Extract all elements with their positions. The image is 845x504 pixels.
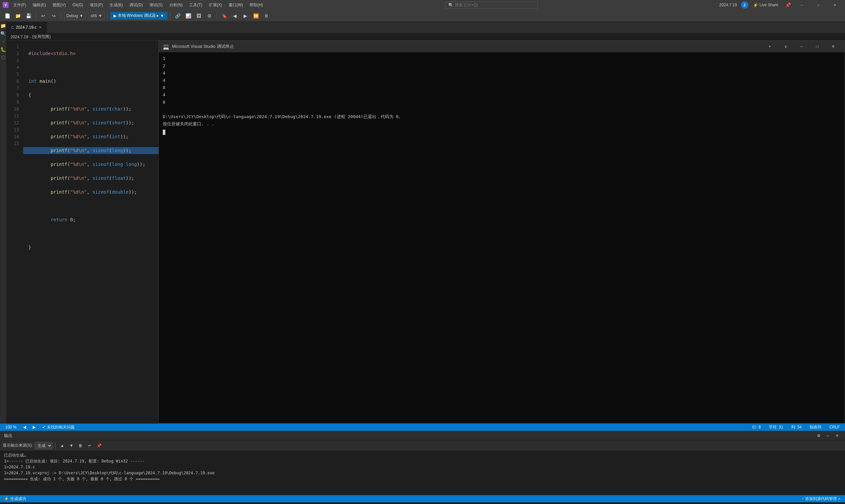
terminal-maximize-btn[interactable]: □: [810, 41, 825, 52]
platform-dropdown[interactable]: x86 ▼: [88, 12, 104, 20]
menu-git[interactable]: Git(G): [69, 1, 87, 8]
term-cursor-line: [163, 128, 841, 135]
output-panel-header: 输出 ⚙ ─ ✕: [0, 431, 845, 440]
code-content[interactable]: #include<stdio.h> int main() { printf("%…: [23, 40, 158, 424]
activity-extensions[interactable]: ⬡: [1, 55, 6, 60]
status-char[interactable]: 字符: 31: [768, 425, 785, 430]
status-right: 行: 8 字符: 31 列: 34 制表符 CRLF: [751, 425, 841, 430]
status-tab[interactable]: 制表符: [808, 425, 823, 430]
menu-view[interactable]: 视图(V): [49, 1, 69, 9]
toolbar-sep3: [107, 13, 108, 19]
status-scroll-left[interactable]: ◀: [22, 425, 28, 430]
app-icon: V: [3, 2, 8, 8]
output-line-3: 1>2024.7.19.c: [4, 464, 841, 470]
toolbar-btn10[interactable]: ⏩: [251, 11, 261, 20]
code-line-11: printf("%d\n", sizeof(double));: [23, 189, 158, 196]
code-editor[interactable]: 1 2 3 4 5 6 7 8 9 10 11 12 13 14 15 #inc…: [6, 40, 158, 424]
output-scroll-down-btn[interactable]: ▼: [67, 442, 75, 450]
term-output-4: 4: [163, 77, 841, 84]
menu-analyze[interactable]: 分析(N): [166, 1, 186, 9]
editor-tab-active[interactable]: C 2024.7.19.c ✕: [6, 22, 47, 33]
toolbar-btn11[interactable]: ⏸: [262, 11, 271, 20]
maximize-btn[interactable]: □: [811, 0, 826, 10]
menu-window[interactable]: 窗口(W): [226, 1, 246, 9]
terminal-minimize-btn[interactable]: ─: [794, 41, 809, 52]
toolbar-btn8[interactable]: ◀: [230, 11, 239, 20]
code-line-5: printf("%d\n", sizeof(char));: [23, 106, 158, 112]
output-pin2-btn[interactable]: 📌: [95, 442, 103, 450]
open-btn[interactable]: 📁: [13, 11, 22, 20]
breadcrumb-scope[interactable]: (全局范围): [32, 34, 51, 40]
debug-config-dropdown[interactable]: Debug ▼: [64, 12, 86, 20]
term-press-key: 按任意键关闭此窗口. . .: [163, 120, 841, 128]
toolbar-btn9[interactable]: ▶: [241, 11, 250, 20]
menu-project[interactable]: 项目(P): [87, 1, 106, 9]
activity-git[interactable]: ⑂: [1, 39, 6, 44]
pin-btn[interactable]: 📌: [783, 0, 793, 10]
terminal-overlay: 💻 Microsoft Visual Studio 调试终止 + ∨ ─ □ ✕…: [158, 40, 845, 424]
menu-ext[interactable]: 扩展(X): [206, 1, 226, 9]
undo-btn[interactable]: ↩: [39, 11, 48, 20]
output-clear-btn[interactable]: 🗑: [76, 442, 85, 450]
terminal-icon: 💻: [163, 43, 169, 50]
tab-bar: C 2024.7.19.c ✕: [6, 22, 845, 33]
status-col[interactable]: 列: 34: [790, 425, 803, 430]
terminal-body[interactable]: 1 2 4 4 8 4 8 D:\Users\JCY\Desktop\代码\c-…: [159, 52, 845, 423]
live-share-btn[interactable]: ⚡ Live Share: [750, 1, 781, 9]
menu-debug[interactable]: 调试(D): [126, 1, 146, 9]
menu-build[interactable]: 生成(B): [106, 1, 126, 9]
status-crlf[interactable]: CRLF: [828, 425, 841, 430]
status-bar: 100 % ◀ ▶ ✔ 未找到相关问题 行: 8 字符: 31 列: 34 制表…: [0, 424, 845, 431]
local-debug-btn[interactable]: ▶ 本地 Windows 调试器 ▸ ▼: [110, 12, 168, 20]
toolbar-btn-attach[interactable]: 🔗: [173, 11, 182, 20]
platform-arrow: ▼: [99, 14, 102, 18]
toolbar-btn7[interactable]: 🔖: [219, 11, 229, 20]
term-output-6: 4: [163, 91, 841, 98]
term-output-3: 4: [163, 70, 841, 77]
toolbar-btn5[interactable]: 🖼: [194, 11, 203, 20]
activity-search[interactable]: 🔍: [1, 31, 6, 36]
redo-btn[interactable]: ↪: [49, 11, 58, 20]
toolbar-btn-perf[interactable]: 📊: [183, 11, 193, 20]
new-file-btn[interactable]: 📄: [3, 11, 12, 20]
save-all-btn[interactable]: 💾: [24, 11, 33, 20]
close-btn[interactable]: ✕: [827, 0, 842, 10]
output-scroll-up-btn[interactable]: ▲: [58, 442, 66, 450]
menu-tools[interactable]: 工具(T): [186, 1, 205, 9]
code-line-14: [23, 230, 158, 237]
activity-explorer[interactable]: 📁: [1, 23, 6, 29]
status-row[interactable]: 行: 8: [751, 425, 762, 430]
term-blank: [163, 106, 841, 113]
output-close-btn[interactable]: ✕: [833, 432, 841, 440]
minimize-btn[interactable]: ─: [794, 0, 809, 10]
activity-debug[interactable]: 🐛: [1, 47, 6, 52]
menu-test[interactable]: 测试(S): [146, 1, 166, 9]
status-no-issues[interactable]: ✔ 未找到相关问题: [41, 425, 76, 430]
toolbar-btn6[interactable]: ⚙: [205, 11, 214, 20]
tab-close-icon[interactable]: ✕: [39, 25, 42, 30]
terminal-dropdown-btn[interactable]: ∨: [778, 41, 793, 52]
tab-file-icon: C: [11, 25, 14, 29]
terminal-tab-btn[interactable]: +: [762, 41, 777, 52]
breadcrumb-file[interactable]: 2024.7.19: [11, 35, 28, 39]
menu-edit[interactable]: 编辑(E): [29, 1, 49, 9]
search-box[interactable]: 🔍: [445, 2, 538, 8]
terminal-close-btn[interactable]: ✕: [826, 41, 841, 52]
bottom-bar: ⚡ 生成成功 ↑ 添加到源代码管理 ∧: [0, 495, 845, 502]
menu-help[interactable]: 帮助(H): [246, 1, 266, 9]
build-success-icon: ⚡: [4, 497, 9, 501]
menu-file[interactable]: 文件(F): [10, 1, 29, 9]
source-control-text[interactable]: ↑ 添加到源代码管理 ∧: [802, 496, 841, 502]
code-line-8: printf("%d\n", sizeof(long));: [23, 147, 158, 154]
status-zoom[interactable]: 100 %: [4, 425, 18, 430]
status-scroll-right[interactable]: ▶: [31, 425, 37, 430]
search-input[interactable]: [455, 3, 535, 7]
status-left: 100 % ◀ ▶ ✔ 未找到相关问题: [4, 425, 76, 430]
term-path-output: D:\Users\JCY\Desktop\代码\c-language\2024.…: [163, 113, 841, 120]
output-wrap-btn[interactable]: ↵: [86, 442, 94, 450]
output-pin-btn[interactable]: ─: [824, 432, 832, 440]
output-body[interactable]: 已启动生成… 1>------ 已启动生成: 项目: 2024.7.19, 配置…: [0, 451, 845, 495]
output-settings-btn[interactable]: ⚙: [815, 432, 823, 440]
output-line-5: ========== 生成: 成功 1 个, 失败 0 个, 最新 0 个, 跳…: [4, 476, 841, 482]
output-source-select[interactable]: 生成: [35, 442, 52, 449]
